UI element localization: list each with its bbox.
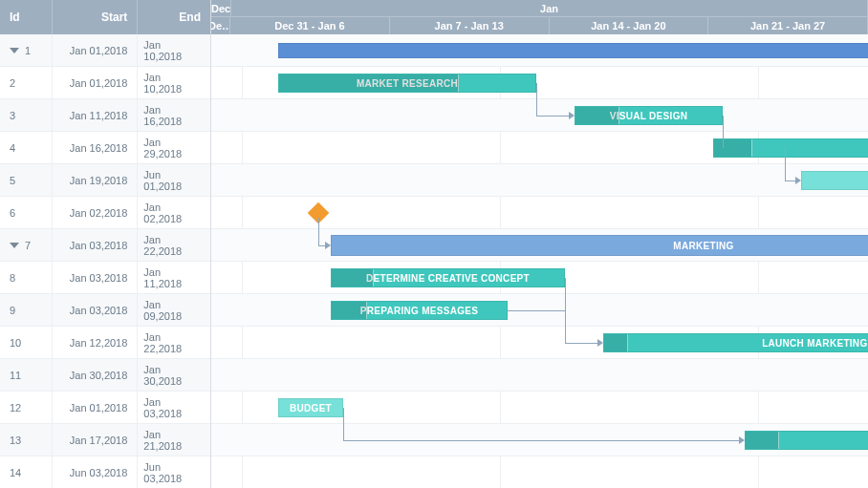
cell-id: 13: [0, 424, 53, 456]
cell-id: 2: [0, 67, 53, 98]
cell-end: Jan 11,2018: [138, 262, 210, 293]
task-label: PREPARING MESSAGES: [360, 306, 479, 316]
week-cell: Jan 7 - Jan 13: [390, 17, 550, 34]
table-row[interactable]: 1 Jan 01,2018 Jan 10,2018: [0, 34, 210, 67]
task-bar-market-research[interactable]: MARKET RESEARCH: [278, 74, 536, 93]
timeline-row[interactable]: CONFORMING: [211, 424, 868, 456]
table-row[interactable]: 3 Jan 11,2018 Jan 16,2018: [0, 99, 210, 132]
table-row[interactable]: 13 Jan 17,2018 Jan 21,2018: [0, 424, 210, 456]
task-label: VISUAL DESIGN: [610, 111, 688, 121]
progress-indicator: [332, 302, 367, 319]
timeline-row[interactable]: DETERMINE CREATIVE CONCEPT: [211, 262, 868, 294]
timeline-row[interactable]: [211, 359, 868, 392]
cell-start: Jan 02,2018: [53, 197, 139, 228]
timeline-row[interactable]: BUDGET: [211, 392, 868, 424]
cell-start: Jan 03,2018: [53, 294, 139, 326]
cell-id: 5: [0, 164, 53, 196]
summary-bar[interactable]: [278, 43, 868, 58]
cell-end: Jan 22,2018: [138, 229, 210, 261]
task-grid: Id Start End 1 Jan 01,2018 Jan 10,2018 2…: [0, 0, 211, 488]
timeline-row[interactable]: LAUNCH MARKETING PROGRAM: [211, 327, 868, 359]
progress-indicator: [604, 334, 628, 351]
row-id: 7: [25, 240, 31, 251]
cell-id: 8: [0, 262, 53, 293]
timeline-row[interactable]: VISUAL DESIGN: [211, 99, 868, 132]
cell-end: Jan 02,2018: [138, 197, 210, 228]
cell-start: Jan 16,2018: [53, 132, 139, 163]
cell-end: Jun 01,2018: [138, 164, 210, 196]
cell-start: Jan 19,2018: [53, 164, 139, 196]
task-bar-visual-design[interactable]: VISUAL DESIGN: [575, 106, 723, 125]
progress-indicator: [746, 432, 779, 449]
row-id: 6: [10, 207, 15, 219]
row-id: 5: [10, 175, 15, 186]
progress-indicator: [279, 74, 459, 92]
row-id: 9: [10, 305, 15, 316]
row-id: 11: [10, 370, 21, 381]
month-cell: Dec: [211, 0, 231, 16]
task-bar[interactable]: [801, 171, 868, 190]
task-label: LAUNCH MARKETING PROGRAM: [762, 338, 868, 349]
summary-bar-marketing[interactable]: MARKETING: [331, 235, 868, 256]
timeline-row[interactable]: [211, 197, 868, 229]
table-row[interactable]: 14 Jun 03,2018 Jun 03,2018: [0, 456, 210, 488]
cell-end: Jan 29,2018: [138, 132, 210, 163]
cell-start: Jan 11,2018: [53, 99, 139, 131]
cell-start: Jan 01,2018: [53, 67, 139, 98]
cell-start: Jan 30,2018: [53, 359, 139, 391]
table-row[interactable]: 9 Jan 03,2018 Jan 09,2018: [0, 294, 210, 327]
timeline-row[interactable]: [211, 132, 868, 164]
task-bar-creative-concept[interactable]: DETERMINE CREATIVE CONCEPT: [331, 268, 565, 287]
table-row[interactable]: 6 Jan 02,2018 Jan 02,2018: [0, 197, 210, 229]
task-bar[interactable]: [713, 138, 868, 158]
cell-id: 7: [0, 229, 53, 261]
row-id: 3: [10, 110, 15, 121]
table-row[interactable]: 2 Jan 01,2018 Jan 10,2018: [0, 67, 210, 99]
cell-id: 11: [0, 359, 53, 391]
progress-indicator: [575, 107, 619, 124]
cell-id: 12: [0, 392, 53, 423]
table-row[interactable]: 10 Jan 12,2018 Jan 22,2018: [0, 327, 210, 359]
task-bar-conforming[interactable]: CONFORMING: [745, 431, 868, 450]
cell-id: 3: [0, 99, 53, 131]
task-bar-launch-marketing[interactable]: LAUNCH MARKETING PROGRAM: [603, 333, 868, 352]
cell-start: Jan 17,2018: [53, 424, 139, 456]
table-row[interactable]: 5 Jan 19,2018 Jun 01,2018: [0, 164, 210, 197]
timeline-row[interactable]: [211, 34, 868, 67]
col-header-start[interactable]: Start: [53, 0, 139, 34]
timeline-month-header: Dec Jan: [211, 0, 868, 17]
milestone-diamond-icon[interactable]: [308, 202, 330, 224]
timeline-week-header: De… Dec 31 - Jan 6 Jan 7 - Jan 13 Jan 14…: [211, 17, 868, 34]
table-row[interactable]: 7 Jan 03,2018 Jan 22,2018: [0, 229, 210, 262]
task-bar-preparing-messages[interactable]: PREPARING MESSAGES: [331, 301, 508, 320]
row-id: 13: [10, 435, 21, 446]
cell-end: Jun 03,2018: [138, 456, 210, 488]
task-label: BUDGET: [290, 403, 332, 414]
timeline-row[interactable]: PREPARING MESSAGES: [211, 294, 868, 327]
row-id: 1: [25, 45, 31, 56]
timeline-row[interactable]: MARKET RESEARCH: [211, 67, 868, 99]
caret-down-icon[interactable]: [10, 48, 19, 53]
week-cell: De…: [211, 17, 230, 34]
cell-start: Jun 03,2018: [53, 456, 139, 488]
timeline-row[interactable]: [211, 456, 868, 488]
timeline-row[interactable]: [211, 164, 868, 197]
table-row[interactable]: 4 Jan 16,2018 Jan 29,2018: [0, 132, 210, 164]
col-header-end[interactable]: End: [138, 0, 210, 34]
table-row[interactable]: 11 Jan 30,2018 Jan 30,2018: [0, 359, 210, 392]
row-id: 2: [10, 77, 15, 89]
cell-end: Jan 21,2018: [138, 424, 210, 456]
cell-id: 14: [0, 456, 53, 488]
cell-end: Jan 10,2018: [138, 67, 210, 98]
table-row[interactable]: 8 Jan 03,2018 Jan 11,2018: [0, 262, 210, 294]
progress-indicator: [332, 269, 374, 286]
cell-id: 10: [0, 327, 53, 358]
cell-start: Jan 03,2018: [53, 262, 139, 293]
gantt-timeline[interactable]: Dec Jan De… Dec 31 - Jan 6 Jan 7 - Jan 1…: [211, 0, 868, 488]
col-header-id[interactable]: Id: [0, 0, 53, 34]
task-bar-budget[interactable]: BUDGET: [278, 398, 343, 417]
table-row[interactable]: 12 Jan 01,2018 Jan 03,2018: [0, 392, 210, 424]
timeline-row[interactable]: MARKETING: [211, 229, 868, 262]
caret-down-icon[interactable]: [10, 243, 19, 248]
cell-id: 4: [0, 132, 53, 163]
